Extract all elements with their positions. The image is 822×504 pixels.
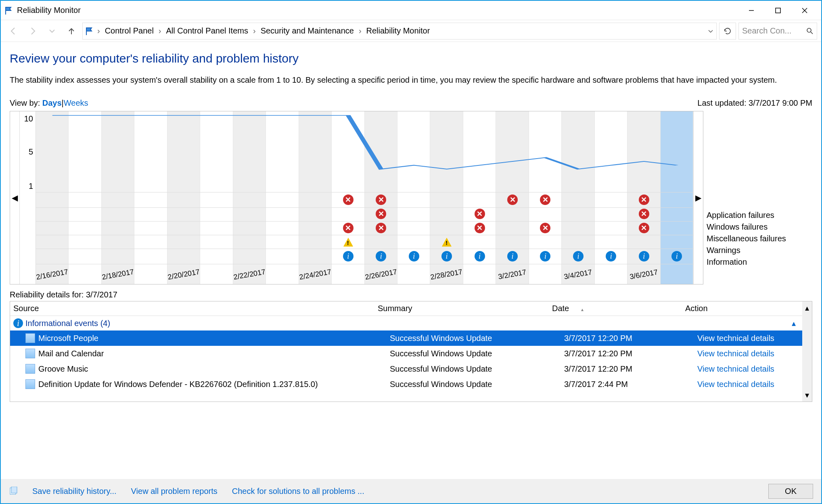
view-row: View by: Days | Weeks Last updated: 3/7/… xyxy=(10,98,812,108)
error-icon[interactable]: ✕ xyxy=(376,223,386,233)
error-icon[interactable]: ✕ xyxy=(376,194,386,205)
info-icon[interactable]: i xyxy=(343,251,353,261)
search-icon xyxy=(806,27,814,35)
cell-action-link[interactable]: View technical details xyxy=(697,334,812,343)
check-solutions-link[interactable]: Check for solutions to all problems ... xyxy=(232,487,364,496)
up-button[interactable] xyxy=(63,23,80,40)
cell-action-link[interactable]: View technical details xyxy=(697,364,812,374)
info-icon[interactable]: i xyxy=(409,251,419,261)
svg-point-4 xyxy=(807,28,811,32)
forward-button[interactable] xyxy=(24,23,41,40)
cell-action-link[interactable]: View technical details xyxy=(697,349,812,358)
chart-scroll-left[interactable]: ◀ xyxy=(10,111,20,284)
error-icon[interactable]: ✕ xyxy=(343,223,353,233)
x-tick: 2/16/2017 xyxy=(35,268,71,290)
chevron-right-icon: › xyxy=(357,26,363,36)
vertical-scrollbar[interactable]: ▴ ▾ xyxy=(802,301,812,402)
col-action[interactable]: Action xyxy=(685,304,812,313)
error-icon[interactable]: ✕ xyxy=(475,223,485,233)
error-icon[interactable]: ✕ xyxy=(639,223,649,233)
info-icon[interactable]: i xyxy=(475,251,485,261)
cell-source: Mail and Calendar xyxy=(38,349,390,358)
cell-summary: Successful Windows Update xyxy=(390,349,564,358)
x-tick: 2/28/2017 xyxy=(430,268,465,290)
scroll-up-icon[interactable]: ▴ xyxy=(805,303,809,313)
stability-line xyxy=(36,111,693,192)
table-row[interactable]: Microsoft PeopleSuccessful Windows Updat… xyxy=(10,330,812,346)
cell-source: Definition Update for Windows Defender -… xyxy=(38,380,390,389)
breadcrumb-flag-icon xyxy=(85,27,94,36)
legend-misc-failures: Miscellaneous failures xyxy=(707,234,809,243)
search-input[interactable]: Search Con... xyxy=(738,23,817,40)
error-icon[interactable]: ✕ xyxy=(475,209,485,219)
info-icon[interactable]: i xyxy=(507,251,518,261)
save-history-icon xyxy=(9,487,18,496)
collapse-caret-icon[interactable]: ▴ xyxy=(792,318,796,328)
col-summary[interactable]: Summary xyxy=(378,304,552,313)
svg-line-5 xyxy=(811,32,813,34)
table-row[interactable]: Mail and CalendarSuccessful Windows Upda… xyxy=(10,346,812,361)
refresh-button[interactable] xyxy=(719,23,736,40)
x-tick xyxy=(594,268,630,290)
chart-body[interactable]: ✕✕✕✕✕ ✕✕✕ ✕✕✕✕✕ iiiiiiiiiii 2/16/20172/1… xyxy=(36,111,693,284)
error-icon[interactable]: ✕ xyxy=(639,194,649,205)
error-icon[interactable]: ✕ xyxy=(540,194,550,205)
info-icon[interactable]: i xyxy=(606,251,616,261)
error-icon[interactable]: ✕ xyxy=(507,194,518,205)
breadcrumb-item[interactable]: Security and Maintenance xyxy=(259,26,356,36)
warning-icon[interactable] xyxy=(441,237,452,247)
warning-icon[interactable] xyxy=(343,237,353,247)
cell-date: 3/7/2017 12:20 PM xyxy=(564,349,697,358)
cell-action-link[interactable]: View technical details xyxy=(697,380,812,389)
close-button[interactable] xyxy=(791,2,818,19)
legend-app-failures: Application failures xyxy=(707,211,809,220)
svg-rect-1 xyxy=(776,8,780,13)
breadcrumb-item[interactable]: Reliability Monitor xyxy=(365,26,432,36)
info-icon[interactable]: i xyxy=(573,251,584,261)
chevron-right-icon: › xyxy=(251,26,257,36)
maximize-button[interactable] xyxy=(765,2,791,19)
cell-summary: Successful Windows Update xyxy=(390,334,564,343)
x-tick xyxy=(200,268,235,290)
save-history-link[interactable]: Save reliability history... xyxy=(32,487,117,496)
info-icon[interactable]: i xyxy=(540,251,550,261)
content: Review your computer's reliability and p… xyxy=(1,42,821,402)
x-tick: 3/2/2017 xyxy=(496,268,531,290)
error-icon[interactable]: ✕ xyxy=(343,194,353,205)
info-icon[interactable]: i xyxy=(671,251,682,261)
breadcrumb[interactable]: › Control Panel › All Control Panel Item… xyxy=(82,23,717,40)
view-weeks-link[interactable]: Weeks xyxy=(64,98,88,108)
table-row[interactable]: Groove MusicSuccessful Windows Update3/7… xyxy=(10,361,812,376)
col-source[interactable]: Source xyxy=(13,304,378,313)
cell-date: 3/7/2017 12:20 PM xyxy=(564,334,697,343)
reliability-chart: ◀ 10 5 1 ✕✕✕✕✕ ✕✕✕ ✕✕✕✕✕ iiiiiiiiiii xyxy=(10,111,703,284)
minimize-button[interactable] xyxy=(738,2,765,19)
view-all-reports-link[interactable]: View all problem reports xyxy=(131,487,218,496)
info-icon[interactable]: i xyxy=(639,251,649,261)
x-tick xyxy=(528,268,564,290)
col-date[interactable]: Date▴ xyxy=(552,304,685,313)
cell-summary: Successful Windows Update xyxy=(390,364,564,374)
view-by-label: View by: xyxy=(10,98,40,108)
group-informational[interactable]: i Informational events (4) ▴ xyxy=(10,316,812,330)
x-tick xyxy=(397,268,432,290)
table-row[interactable]: Definition Update for Windows Defender -… xyxy=(10,376,812,392)
x-tick: 2/20/2017 xyxy=(167,268,202,290)
recent-dropdown[interactable] xyxy=(44,23,61,40)
ok-button[interactable]: OK xyxy=(768,484,813,499)
info-icon[interactable]: i xyxy=(441,251,452,261)
error-icon[interactable]: ✕ xyxy=(540,223,550,233)
y-tick: 10 xyxy=(24,114,33,123)
breadcrumb-dropdown[interactable] xyxy=(707,28,714,34)
chart-scroll-right[interactable]: ▶ xyxy=(693,111,703,284)
x-tick xyxy=(68,268,104,290)
view-days-link[interactable]: Days xyxy=(42,98,62,108)
breadcrumb-item[interactable]: Control Panel xyxy=(103,26,155,36)
breadcrumb-item[interactable]: All Control Panel Items xyxy=(165,26,250,36)
scroll-down-icon[interactable]: ▾ xyxy=(805,390,809,400)
error-icon[interactable]: ✕ xyxy=(639,209,649,219)
back-button[interactable] xyxy=(5,23,22,40)
info-icon[interactable]: i xyxy=(376,251,386,261)
error-icon[interactable]: ✕ xyxy=(376,209,386,219)
app-icon xyxy=(25,333,35,343)
